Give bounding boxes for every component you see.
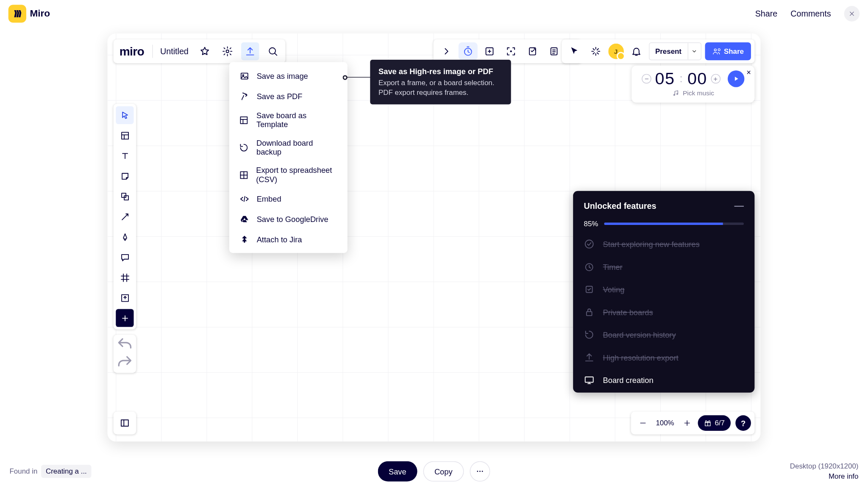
user-avatar[interactable]: J — [608, 44, 624, 59]
timer-play-button[interactable] — [727, 70, 744, 87]
undo-button[interactable] — [116, 337, 134, 353]
help-button[interactable]: ? — [735, 415, 751, 431]
search-button[interactable] — [264, 42, 281, 60]
menu-save-as-pdf[interactable]: Save as PDF — [229, 86, 348, 106]
cursor-tool-button[interactable] — [565, 42, 583, 60]
outer-header: Miro Share Comments — [0, 0, 868, 28]
notes-icon — [548, 46, 559, 56]
outer-share-link[interactable]: Share — [755, 9, 778, 19]
outer-comments-link[interactable]: Comments — [790, 9, 831, 19]
redo-button[interactable] — [116, 355, 134, 371]
timer-colon: : — [679, 72, 684, 85]
menu-save-as-image[interactable]: Save as image — [229, 66, 348, 86]
tooltip-anchor — [342, 75, 347, 80]
voting-button[interactable] — [523, 42, 542, 60]
close-button[interactable] — [844, 6, 860, 22]
board-icon — [584, 375, 595, 385]
more-info-link[interactable]: More info — [790, 471, 859, 482]
feature-item-private[interactable]: Private boards — [584, 307, 744, 317]
zoom-in-button[interactable] — [679, 419, 696, 427]
board-canvas: miro Untitled — [108, 33, 761, 441]
source-chip[interactable]: Creating a ... — [41, 465, 92, 478]
panel-icon — [120, 418, 130, 428]
found-in: Found in Creating a ... — [10, 465, 92, 478]
present-dropdown[interactable] — [687, 43, 701, 59]
footer-more-button[interactable] — [470, 461, 490, 482]
zoom-value[interactable]: 100% — [654, 419, 677, 427]
pick-music-button[interactable]: Pick music — [637, 89, 748, 97]
notifications-button[interactable] — [627, 42, 645, 60]
feature-item-voting[interactable]: Voting — [584, 284, 744, 294]
menu-export-csv[interactable]: Export to spreadsheet (CSV) — [229, 161, 348, 189]
people-icon — [712, 47, 721, 55]
menu-save-template[interactable]: Save board as Template — [229, 106, 348, 134]
features-percent: 85% — [584, 219, 598, 228]
menu-download-backup[interactable]: Download board backup — [229, 134, 348, 161]
brand-name: Miro — [30, 8, 50, 19]
backup-icon — [239, 142, 249, 152]
miro-inline-logo[interactable]: miro — [117, 44, 147, 58]
select-tool[interactable] — [116, 106, 134, 124]
present-button[interactable]: Present — [648, 42, 701, 60]
pen-tool[interactable] — [116, 228, 134, 246]
comment-tool[interactable] — [116, 248, 134, 266]
save-button[interactable]: Save — [378, 461, 417, 482]
features-minimize-button[interactable]: — — [734, 200, 744, 211]
collab-toolbar: J Present Share — [562, 39, 754, 63]
image-icon — [239, 70, 249, 81]
collapse-apps-button[interactable] — [437, 42, 456, 60]
menu-save-googledrive[interactable]: Save to GoogleDrive — [229, 209, 348, 229]
upload-tool[interactable] — [116, 289, 134, 307]
svg-point-23 — [477, 471, 478, 472]
timer-seconds: 00 — [687, 69, 707, 88]
jira-icon — [239, 234, 249, 244]
add-frame-icon — [484, 46, 495, 56]
music-icon — [672, 89, 679, 97]
copy-button[interactable]: Copy — [423, 461, 464, 482]
menu-embed[interactable]: Embed — [229, 189, 348, 209]
template-icon — [120, 130, 130, 141]
timer-tool-button[interactable] — [459, 42, 478, 60]
text-tool[interactable] — [116, 147, 134, 164]
line-tool[interactable] — [116, 208, 134, 225]
settings-button[interactable] — [218, 42, 236, 60]
focus-button[interactable] — [501, 42, 520, 60]
zoom-out-button[interactable] — [634, 419, 651, 427]
chevron-right-icon — [441, 46, 452, 56]
comment-icon — [120, 252, 130, 262]
notes-button[interactable] — [545, 42, 564, 60]
onboarding-counter[interactable]: 6/7 — [698, 415, 731, 431]
feature-item-creation[interactable]: Board creation — [584, 375, 744, 385]
more-tools-button[interactable] — [116, 309, 134, 327]
share-button[interactable]: Share — [705, 42, 751, 60]
timer-plus-button[interactable]: + — [711, 74, 721, 84]
sparkle-icon — [590, 46, 601, 56]
timer-close-button[interactable]: × — [746, 68, 751, 77]
feature-item-timer[interactable]: Timer — [584, 261, 744, 272]
timer-minus-button[interactable]: − — [642, 74, 652, 84]
feature-item-explore[interactable]: Start exploring new features — [584, 238, 744, 249]
counter-value: 6/7 — [715, 419, 725, 427]
add-app-button[interactable] — [480, 42, 499, 60]
resolution-label: Desktop (1920x1200) — [790, 461, 859, 471]
minus-icon — [639, 419, 647, 427]
arrow-line-icon — [120, 211, 130, 222]
sticky-tool[interactable] — [116, 167, 134, 185]
feature-item-history[interactable]: Board version history — [584, 329, 744, 340]
svg-point-25 — [482, 471, 483, 472]
template-tool[interactable] — [116, 127, 134, 144]
menu-attach-jira[interactable]: Attach to Jira — [229, 229, 348, 250]
feature-item-hires[interactable]: High resolution export — [584, 352, 744, 363]
export-button[interactable] — [241, 42, 259, 60]
shape-tool[interactable] — [116, 187, 134, 205]
stopwatch-icon — [463, 46, 473, 56]
reactions-button[interactable] — [587, 42, 604, 60]
star-button[interactable] — [196, 42, 214, 60]
zoom-toolbar: 100% 6/7 ? — [631, 412, 754, 435]
board-name[interactable]: Untitled — [158, 47, 191, 56]
panels-toggle-button[interactable] — [114, 412, 136, 435]
text-icon — [120, 151, 130, 161]
upload-icon — [584, 352, 595, 363]
frame-tool[interactable] — [116, 269, 134, 286]
close-icon — [848, 10, 855, 17]
